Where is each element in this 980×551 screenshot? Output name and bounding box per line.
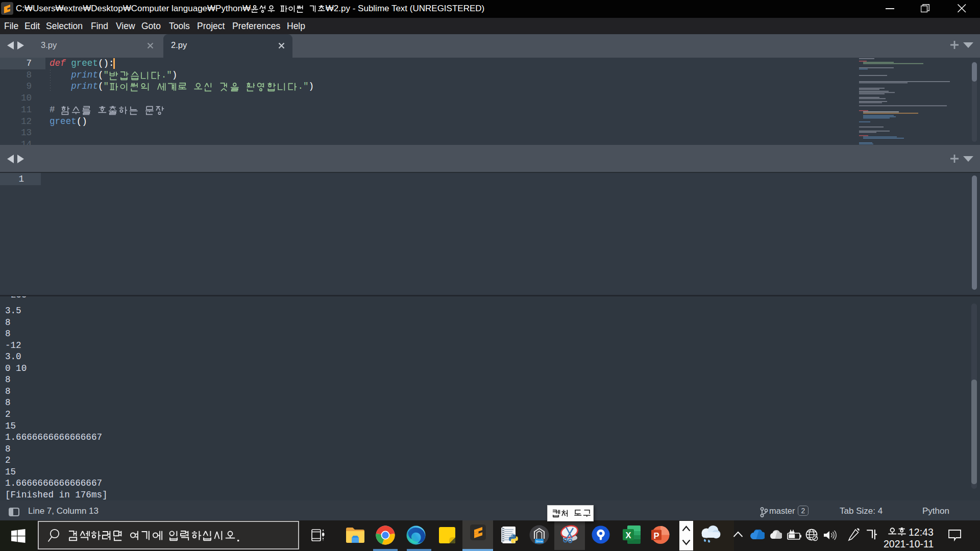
svg-text:P: P — [653, 531, 659, 540]
svg-text:X: X — [625, 531, 631, 540]
svg-text:Shine: Shine — [535, 540, 543, 543]
